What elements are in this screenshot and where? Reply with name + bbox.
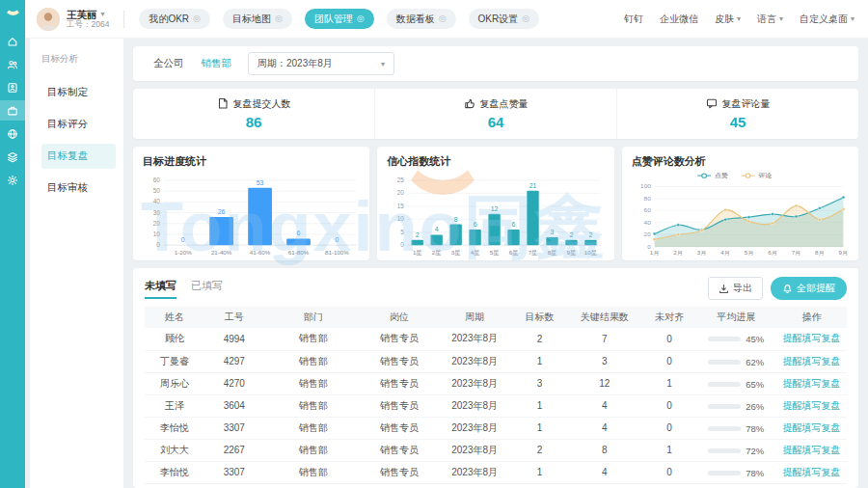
cell-name: 李怡悦 xyxy=(145,461,204,483)
users-icon[interactable] xyxy=(0,54,25,74)
table-row: 李怡悦3307销售部销售专员2023年8月14078%提醒填写复盘 xyxy=(145,461,847,483)
svg-text:81-100%: 81-100% xyxy=(325,249,349,256)
cell-unaligned: 1 xyxy=(643,483,696,488)
export-button[interactable]: 导出 xyxy=(708,277,763,300)
chart-card-1: 信心指数统计051015202521星42星83星64星125星66星217星3… xyxy=(377,147,613,260)
remind-all-button[interactable]: 全部提醒 xyxy=(771,277,847,300)
column-header-7: 未对齐 xyxy=(643,307,696,328)
svg-text:15: 15 xyxy=(397,203,405,209)
globe-icon[interactable] xyxy=(0,123,25,144)
svg-text:9月: 9月 xyxy=(838,250,848,257)
scope-tab-1[interactable]: 销售部 xyxy=(193,53,241,74)
svg-text:2: 2 xyxy=(589,231,593,238)
svg-text:25: 25 xyxy=(397,176,405,183)
bar-chart: 051015202521星42星83星64星125星66星217星38星29星2… xyxy=(387,170,606,258)
chevron-down-icon: ▾ xyxy=(737,14,741,23)
stat-1: 复盘点赞量64 xyxy=(374,89,616,139)
cell-objectives: 2 xyxy=(513,328,566,350)
table-row: 顾伦4994销售部销售专员2023年8月27045%提醒填写复盘 xyxy=(145,328,847,350)
cell-position: 销售专员 xyxy=(363,483,436,488)
nav-pill-0[interactable]: 我的OKR◎ xyxy=(139,9,210,29)
sidebar-item-0[interactable]: 目标制定 xyxy=(41,80,116,105)
layers-icon[interactable] xyxy=(0,147,25,167)
scope-tab-0[interactable]: 全公司 xyxy=(145,53,193,74)
sidebar-item-1[interactable]: 目标评分 xyxy=(41,112,116,137)
svg-text:10: 10 xyxy=(397,215,405,222)
chevron-down-icon[interactable]: ▾ xyxy=(101,10,105,18)
cell-unaligned: 0 xyxy=(643,328,696,350)
remind-fill-link[interactable]: 提醒填写复盘 xyxy=(783,422,841,433)
nav-pill-label: OKR设置 xyxy=(478,13,519,26)
remind-fill-link[interactable]: 提醒填写复盘 xyxy=(783,467,841,477)
remind-fill-link[interactable]: 提醒填写复盘 xyxy=(783,400,841,411)
topbar-utility-3[interactable]: 语言▾ xyxy=(757,13,783,26)
cell-unaligned: 0 xyxy=(643,417,696,439)
cell-objectives: 2 xyxy=(513,439,566,461)
topbar-utility-0[interactable]: 钉钉 xyxy=(624,13,643,26)
svg-text:2月: 2月 xyxy=(673,250,683,257)
brand-logo-smile-icon xyxy=(5,7,21,15)
remind-fill-link[interactable]: 提醒填写复盘 xyxy=(783,445,841,455)
period-label: 周期：2023年8月 xyxy=(258,57,333,70)
chart-title: 点赞评论数分析 xyxy=(632,154,851,169)
progress-label: 78% xyxy=(746,423,764,434)
progress-track xyxy=(708,382,741,387)
topbar-utility-4[interactable]: 自定义桌面▾ xyxy=(800,13,854,26)
remind-fill-link[interactable]: 提醒填写复盘 xyxy=(783,378,841,389)
remind-fill-link[interactable]: 提醒填写复盘 xyxy=(783,356,841,366)
comment-icon xyxy=(706,97,718,111)
topbar-utility-2[interactable]: 皮肤▾ xyxy=(715,13,741,26)
table-tab-0[interactable]: 未填写 xyxy=(145,279,176,299)
table-tab-1[interactable]: 已填写 xyxy=(191,279,223,299)
export-label: 导出 xyxy=(733,282,752,295)
cell-progress: 78% xyxy=(695,461,776,483)
summary-stats: 复盘提交人数86复盘点赞量64复盘评论量45 xyxy=(133,89,858,139)
column-header-2: 部门 xyxy=(264,307,363,328)
cell-dept: 销售部 xyxy=(264,483,363,488)
cell-action: 提醒填写复盘 xyxy=(776,417,847,439)
period-select[interactable]: 周期：2023年8月 ▾ xyxy=(248,52,394,75)
document-icon xyxy=(217,97,229,111)
cell-period: 2023年8月 xyxy=(436,483,513,488)
topbar-utility-1[interactable]: 企业微信 xyxy=(660,13,698,26)
stat-value: 86 xyxy=(246,114,262,130)
progress: 62% xyxy=(708,357,764,367)
cell-action: 提醒填写复盘 xyxy=(776,394,847,417)
sidebar-item-2[interactable]: 目标复盘 xyxy=(41,144,116,169)
cell-key-results: 7 xyxy=(566,328,643,350)
chart-title: 信心指数统计 xyxy=(387,154,606,169)
cell-name: 李怡悦 xyxy=(145,417,204,439)
progress-label: 65% xyxy=(746,379,764,390)
svg-text:80: 80 xyxy=(643,196,651,202)
svg-text:20: 20 xyxy=(153,220,161,227)
cell-position: 销售专员 xyxy=(363,328,436,350)
stat-label: 复盘提交人数 xyxy=(233,97,291,111)
cell-key-results: 4 xyxy=(566,417,643,439)
review-table-card: 未填写已填写 导出 全部提醒 xyxy=(133,268,858,488)
cell-emp-id: 4270 xyxy=(204,372,264,394)
cell-action: 提醒填写复盘 xyxy=(776,461,847,483)
svg-text:5月: 5月 xyxy=(744,250,753,257)
nav-pill-3[interactable]: 数据看板◎ xyxy=(387,9,456,29)
nav-pill-4[interactable]: OKR设置◎ xyxy=(469,9,540,29)
charts-row: 目标进度统计010203040506001-20%2621-40%5341-60… xyxy=(133,147,858,260)
cell-emp-id: 2267 xyxy=(204,483,264,488)
thumbs-up-icon xyxy=(464,97,475,111)
sidebar-item-3[interactable]: 目标审核 xyxy=(41,176,116,201)
briefcase-icon[interactable] xyxy=(0,100,25,121)
cell-dept: 销售部 xyxy=(264,439,363,461)
gear-icon[interactable] xyxy=(0,170,25,190)
remind-fill-link[interactable]: 提醒填写复盘 xyxy=(783,333,841,343)
svg-text:0: 0 xyxy=(401,241,405,248)
id-card-icon[interactable] xyxy=(0,77,25,97)
stat-header: 复盘评论量 xyxy=(706,97,771,111)
progress-track xyxy=(708,426,741,431)
home-icon[interactable] xyxy=(0,31,25,51)
nav-pill-2[interactable]: 团队管理◎ xyxy=(305,9,374,29)
nav-pill-1[interactable]: 目标地图◎ xyxy=(223,9,292,29)
svg-text:40: 40 xyxy=(643,220,651,226)
svg-text:2星: 2星 xyxy=(432,249,442,256)
avatar[interactable] xyxy=(37,8,60,31)
column-header-1: 工号 xyxy=(204,307,264,328)
cell-period: 2023年8月 xyxy=(436,350,513,372)
